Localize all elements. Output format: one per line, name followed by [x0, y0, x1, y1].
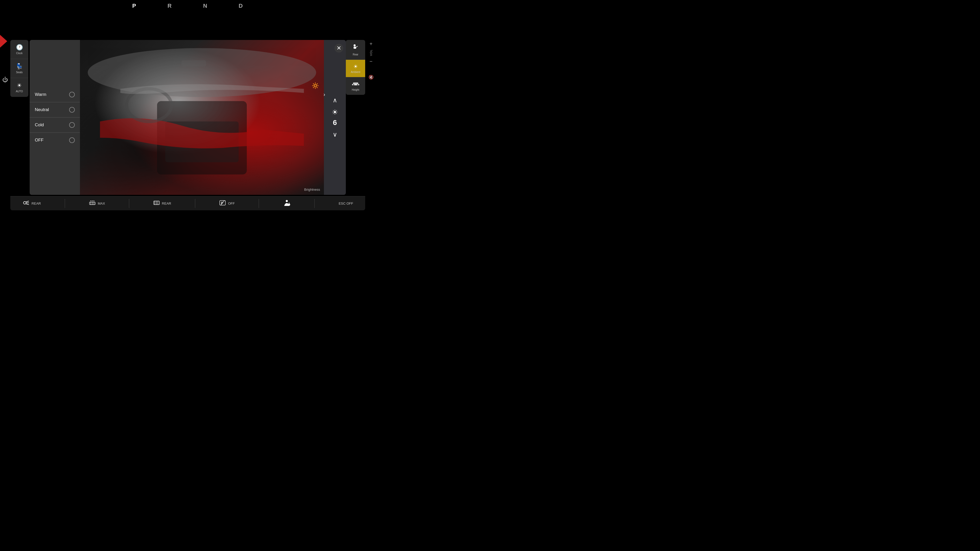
brightness-value: 6 [333, 119, 337, 127]
warning-triangle [0, 35, 7, 48]
svg-line-15 [26, 204, 29, 205]
brightness-adjust-icon: 🔆 [312, 83, 319, 89]
sidebar-item-height[interactable]: Height [346, 77, 365, 95]
seat-option-neutral[interactable]: Neutral [30, 102, 80, 118]
cold-radio[interactable] [69, 122, 75, 128]
seat-option-cold[interactable]: Cold [30, 118, 80, 133]
warm-radio[interactable] [69, 92, 75, 97]
mute-button[interactable]: 🔇 [369, 75, 374, 79]
divider-1 [65, 199, 65, 208]
rear-label: Rear [353, 53, 358, 56]
heat-max-icon [89, 200, 95, 207]
seats-label: Seats [16, 71, 23, 74]
divider-2 [129, 199, 129, 208]
svg-rect-6 [353, 47, 356, 49]
left-sidebar: 🕐 Clock 💺 Seats ☀ AUTO [10, 40, 29, 97]
brightness-label: Brightness [304, 187, 320, 192]
rear-heat-label: REAR [162, 202, 171, 205]
gear-row: P R N D [0, 3, 375, 9]
seat-option-warm[interactable]: Warm [30, 87, 80, 102]
rear-lights-icon [22, 200, 29, 207]
bottom-person[interactable] [283, 200, 291, 208]
bottom-bar: REAR MAX REAR [10, 196, 365, 210]
brightness-control: ∧ ☀ 6 ∨ [324, 40, 346, 195]
gear-D: D [239, 3, 243, 9]
height-icon [352, 81, 360, 87]
person-icon [283, 200, 291, 208]
svg-point-11 [357, 84, 358, 86]
brightness-down-button[interactable]: ∨ [331, 129, 339, 140]
parking-icon: P [219, 200, 226, 207]
main-panel: Warm Neutral Cold OFF [30, 40, 346, 195]
neutral-radio[interactable] [69, 107, 75, 113]
height-label: Height [352, 88, 359, 91]
divider-5 [314, 199, 315, 208]
bottom-heat-max[interactable]: MAX [89, 200, 105, 207]
svg-point-27 [286, 200, 288, 202]
divider-4 [259, 199, 259, 208]
warm-label: Warm [35, 92, 46, 97]
heat-max-label: MAX [98, 202, 105, 205]
bottom-rear-lights[interactable]: REAR [22, 200, 41, 207]
auto-label: AUTO [16, 90, 23, 93]
off-radio[interactable] [69, 137, 75, 143]
neutral-label: Neutral [35, 107, 49, 112]
rear-icon [352, 44, 359, 52]
volume-label: VOL [369, 49, 373, 56]
power-button[interactable]: ⏻ [0, 75, 10, 85]
rear-lights-label: REAR [32, 202, 41, 205]
sidebar-item-ambient[interactable]: ☀ Ambient [346, 60, 365, 77]
parking-off-label: OFF [228, 202, 235, 205]
ambient-icon: ☀ [353, 64, 358, 70]
volume-minus-button[interactable]: − [369, 57, 374, 65]
clock-icon: 🕐 [16, 44, 23, 51]
svg-rect-9 [353, 83, 358, 84]
off-label: OFF [35, 138, 44, 143]
brightness-up-button[interactable]: ∧ [331, 95, 339, 106]
car-interior-image [80, 40, 324, 195]
gear-R: R [168, 3, 172, 9]
sidebar-item-rear[interactable]: Rear [346, 40, 365, 60]
bottom-parking-off[interactable]: P OFF [219, 200, 235, 207]
svg-line-7 [356, 46, 358, 47]
seats-icon: 💺 [16, 63, 23, 70]
gear-N: N [203, 3, 208, 9]
svg-line-14 [26, 201, 29, 202]
ambient-label: Ambient [351, 71, 360, 73]
clock-label: Clock [16, 52, 22, 55]
sidebar-item-clock[interactable]: 🕐 Clock [10, 40, 29, 59]
right-sidebar: Rear ☀ Ambient Height [346, 40, 365, 95]
seat-option-off[interactable]: OFF [30, 133, 80, 148]
svg-point-12 [24, 202, 26, 204]
next-arrow[interactable]: › [323, 92, 325, 97]
esc-off-label: ESC OFF [339, 202, 353, 205]
sidebar-item-seats[interactable]: 💺 Seats [10, 59, 29, 78]
bottom-esc-off[interactable]: ESC OFF [339, 202, 353, 205]
svg-point-5 [353, 44, 356, 46]
seat-options-panel: Warm Neutral Cold OFF [30, 40, 80, 195]
auto-icon: ☀ [17, 82, 22, 89]
gear-P: P [132, 3, 137, 9]
brightness-icon: ☀ [332, 108, 338, 116]
sidebar-item-auto[interactable]: ☀ AUTO [10, 78, 29, 97]
divider-3 [195, 199, 195, 208]
close-button[interactable]: ✕ [334, 44, 343, 52]
svg-point-10 [353, 84, 354, 86]
volume-plus-button[interactable]: + [369, 40, 374, 48]
cold-label: Cold [35, 122, 44, 127]
bottom-rear-heat[interactable]: REAR [153, 200, 171, 207]
rear-heat-icon [153, 200, 160, 207]
volume-controls: + VOL − 🔇 [366, 40, 375, 79]
